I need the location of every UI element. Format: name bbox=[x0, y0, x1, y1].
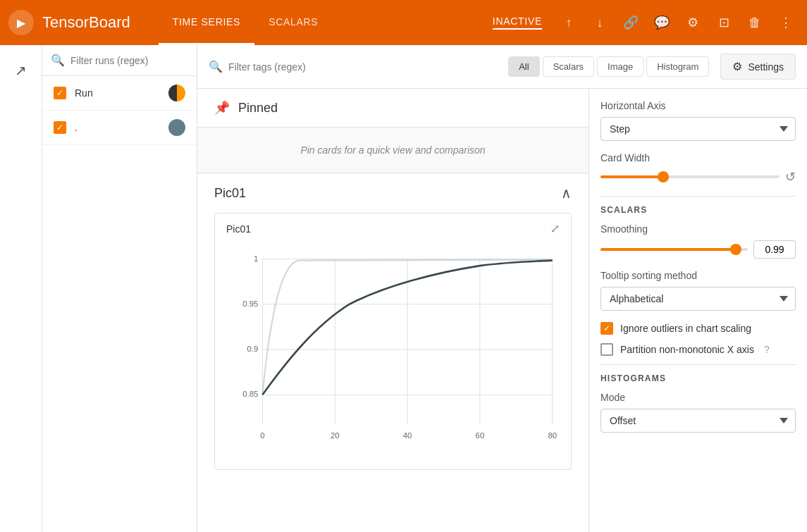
tooltip-label: Tooltip sorting method bbox=[600, 270, 796, 281]
card-width-slider-fill bbox=[600, 175, 663, 178]
partition-label: Partition non-monotonic X axis bbox=[620, 344, 754, 355]
pinned-section: 📌 Pinned bbox=[197, 89, 589, 128]
play-button[interactable]: ▶ bbox=[8, 10, 34, 35]
filter-tab-image[interactable]: Image bbox=[597, 56, 643, 77]
chart-body: 1 0.95 0.9 0.85 0 20 40 60 80 bbox=[215, 244, 571, 469]
pinned-label: Pinned bbox=[238, 101, 278, 116]
pin-icon: 📌 bbox=[214, 100, 230, 116]
ignore-outliers-row: ✓ Ignore outliers in chart scaling bbox=[600, 322, 796, 335]
sidebar-export-icon[interactable]: ↗ bbox=[9, 56, 32, 85]
main-layout: ↗ 🔍 ✓ Run ✓ . 🔍 bbox=[0, 45, 807, 532]
card-group-title: Pic01 bbox=[214, 186, 246, 201]
tag-search-icon: 🔍 bbox=[209, 60, 223, 73]
link-icon[interactable]: 🔗 bbox=[618, 10, 643, 35]
mode-select[interactable]: Offset Overlay bbox=[600, 409, 796, 433]
horizontal-axis-label: Horizontal Axis bbox=[600, 100, 796, 111]
run-item-0[interactable]: ✓ Run bbox=[42, 76, 197, 111]
run-checkbox-1[interactable]: ✓ bbox=[54, 121, 66, 134]
smoothing-slider-row: 0.99 bbox=[600, 240, 796, 259]
run-item-1[interactable]: ✓ . bbox=[42, 111, 197, 145]
main-scroll-area: 📌 Pinned Pin cards for a quick view and … bbox=[197, 89, 589, 532]
filter-bar: 🔍 All Scalars Image Histogram ⚙ Se bbox=[197, 45, 807, 89]
filter-tabs: All Scalars Image Histogram bbox=[508, 56, 709, 77]
partition-row: Partition non-monotonic X axis ? bbox=[600, 343, 796, 356]
runs-search-input[interactable] bbox=[70, 55, 188, 66]
card-width-reset-icon[interactable]: ↺ bbox=[785, 169, 796, 185]
settings-panel: Horizontal Axis Step Relative Wall Card … bbox=[589, 89, 807, 532]
svg-text:0: 0 bbox=[260, 431, 264, 440]
tooltip-select[interactable]: Alphabetical Ascending Descending Defaul… bbox=[600, 287, 796, 311]
run-color-0 bbox=[168, 85, 185, 101]
smoothing-label: Smoothing bbox=[600, 223, 796, 235]
smoothing-slider-fill bbox=[600, 248, 736, 251]
chart-expand-icon[interactable]: ⤢ bbox=[550, 222, 560, 235]
delete-icon[interactable]: 🗑 bbox=[742, 10, 768, 35]
tag-search-input[interactable] bbox=[228, 61, 497, 73]
download-icon[interactable]: ↓ bbox=[587, 10, 612, 35]
svg-text:0.9: 0.9 bbox=[247, 345, 259, 353]
mode-label: Mode bbox=[600, 392, 796, 403]
chart-card: Pic01 ⤢ bbox=[214, 213, 572, 470]
svg-text:1: 1 bbox=[254, 254, 258, 262]
nav-tabs: TIME SERIES SCALARS bbox=[159, 0, 333, 45]
card-group-pic01: Pic01 ∧ Pic01 ⤢ bbox=[197, 173, 589, 481]
settings-divider-2 bbox=[600, 364, 796, 365]
settings-icon[interactable]: ⚙ bbox=[680, 10, 706, 35]
upload-icon[interactable]: ↑ bbox=[556, 10, 581, 35]
settings-button[interactable]: ⚙ Settings bbox=[720, 54, 796, 80]
card-width-slider-track[interactable] bbox=[600, 175, 780, 178]
svg-text:60: 60 bbox=[476, 431, 485, 440]
histograms-section-title: HISTOGRAMS bbox=[600, 373, 796, 383]
card-group-header: Pic01 ∧ bbox=[214, 185, 572, 202]
settings-gear-icon: ⚙ bbox=[732, 60, 742, 73]
chart-title: Pic01 bbox=[226, 223, 251, 235]
scalars-section-title: SCALARS bbox=[600, 205, 796, 215]
svg-text:0.85: 0.85 bbox=[242, 390, 258, 398]
nav-tab-timeseries[interactable]: TIME SERIES bbox=[159, 0, 254, 45]
status-badge: INACTIVE bbox=[493, 16, 542, 30]
brand-logo: TensorBoard bbox=[42, 13, 130, 32]
collapse-button[interactable]: ∧ bbox=[561, 185, 572, 202]
svg-text:0.95: 0.95 bbox=[242, 299, 258, 308]
card-width-label: Card Width bbox=[600, 152, 796, 163]
partition-checkbox[interactable] bbox=[600, 343, 613, 356]
smoothing-slider-track[interactable] bbox=[600, 248, 748, 251]
ignore-outliers-label: Ignore outliers in chart scaling bbox=[620, 323, 751, 334]
chat-icon[interactable]: 💬 bbox=[649, 10, 674, 35]
chart-svg: 1 0.95 0.9 0.85 0 20 40 60 80 bbox=[226, 244, 560, 455]
filter-tab-histogram[interactable]: Histogram bbox=[646, 56, 709, 77]
card-width-slider-thumb[interactable] bbox=[658, 171, 669, 183]
chart-header: Pic01 ⤢ bbox=[215, 214, 571, 244]
nav-tab-scalars[interactable]: SCALARS bbox=[254, 0, 332, 45]
partition-help-icon[interactable]: ? bbox=[764, 344, 770, 355]
horizontal-axis-select[interactable]: Step Relative Wall bbox=[600, 117, 796, 141]
left-sidebar: ↗ bbox=[0, 45, 42, 532]
runs-search-icon: 🔍 bbox=[51, 54, 65, 67]
pinned-placeholder: Pin cards for a quick view and compariso… bbox=[197, 128, 589, 173]
settings-divider-1 bbox=[600, 196, 796, 197]
run-name-1: . bbox=[75, 122, 168, 133]
svg-text:80: 80 bbox=[548, 431, 557, 440]
layout-icon[interactable]: ⊡ bbox=[711, 10, 737, 35]
ignore-outliers-checkbox[interactable]: ✓ bbox=[600, 322, 613, 335]
topbar-actions: ↑ ↓ 🔗 💬 ⚙ ⊡ 🗑 ⋮ bbox=[556, 10, 799, 35]
play-icon: ▶ bbox=[17, 16, 25, 30]
smoothing-value-input[interactable]: 0.99 bbox=[753, 240, 796, 259]
content-area: 🔍 All Scalars Image Histogram ⚙ Se bbox=[197, 45, 807, 532]
filter-tab-scalars[interactable]: Scalars bbox=[543, 56, 594, 77]
topbar: ▶ TensorBoard TIME SERIES SCALARS INACTI… bbox=[0, 0, 807, 45]
runs-panel: 🔍 ✓ Run ✓ . bbox=[42, 45, 197, 532]
svg-text:40: 40 bbox=[403, 431, 412, 440]
run-name-0: Run bbox=[75, 87, 168, 99]
run-color-1 bbox=[168, 119, 185, 136]
more-icon[interactable]: ⋮ bbox=[773, 10, 799, 35]
smoothing-slider-thumb[interactable] bbox=[730, 244, 741, 255]
svg-text:20: 20 bbox=[331, 431, 340, 440]
card-width-slider-row: ↺ bbox=[600, 169, 796, 185]
run-checkbox-0[interactable]: ✓ bbox=[54, 87, 66, 99]
runs-search-bar: 🔍 bbox=[42, 45, 197, 76]
tag-search-bar: 🔍 bbox=[209, 60, 497, 73]
filter-tab-all[interactable]: All bbox=[508, 56, 539, 77]
